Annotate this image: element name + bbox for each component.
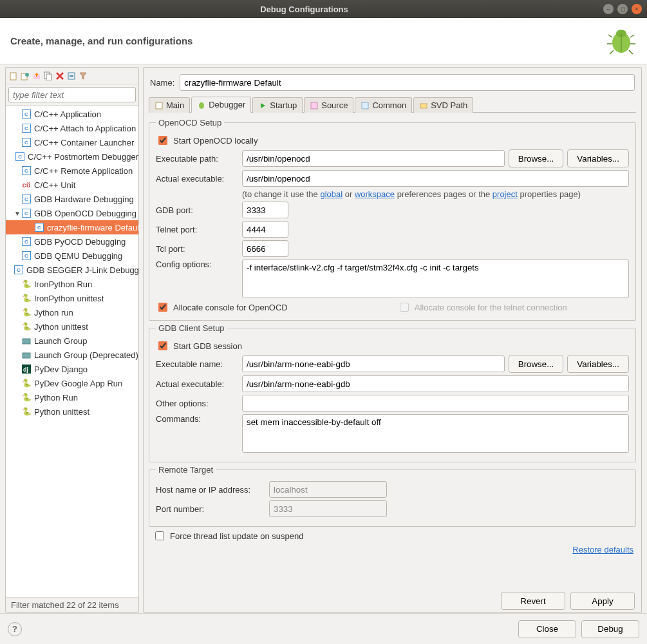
config-options-input[interactable] <box>242 260 629 298</box>
tab-debugger[interactable]: Debugger <box>191 97 251 113</box>
other-options-input[interactable] <box>242 395 629 412</box>
tree-item[interactable]: CC/C++ Application <box>6 107 138 121</box>
tree-item[interactable]: CC/C++ Remote Application <box>6 164 138 178</box>
variables-button[interactable]: Variables... <box>567 149 629 167</box>
workspace-link[interactable]: workspace <box>355 189 395 199</box>
tree-item[interactable]: CGDB PyOCD Debugging <box>6 234 138 249</box>
force-thread-update-checkbox[interactable] <box>155 531 164 540</box>
tree-item[interactable]: djPyDev Django <box>6 362 138 376</box>
filter-icon[interactable] <box>78 71 88 81</box>
tree-arrow-icon[interactable]: ▼ <box>14 210 21 217</box>
allocate-telnet-console-checkbox <box>400 303 409 312</box>
filter-input[interactable] <box>8 87 136 102</box>
dialog-header: Create, manage, and run configurations <box>0 18 647 64</box>
global-link[interactable]: global <box>320 189 342 199</box>
allocate-openocd-console-label: Allocate console for OpenOCD <box>173 303 288 312</box>
tab-common[interactable]: Common <box>355 97 412 113</box>
tree-item[interactable]: 🐍Python Run <box>6 390 138 404</box>
svg-line-7 <box>610 50 614 54</box>
tree-item[interactable]: CC/C++ Postmortem Debugger <box>6 149 138 164</box>
configurations-panel: CC/C++ ApplicationCC/C++ Attach to Appli… <box>5 67 139 613</box>
actual-exec-input[interactable] <box>242 170 629 187</box>
tree-item[interactable]: Launch Group <box>6 334 138 348</box>
browse-button[interactable]: Browse... <box>509 149 564 167</box>
tab-source[interactable]: Source <box>304 97 353 113</box>
configurations-tree[interactable]: CC/C++ ApplicationCC/C++ Attach to Appli… <box>6 105 138 597</box>
tree-item[interactable]: CC/C++ Container Launcher <box>6 135 138 149</box>
gdb-browse-button[interactable]: Browse... <box>509 355 564 373</box>
svg-rect-28 <box>420 104 427 108</box>
tree-item[interactable]: 🐍IronPython Run <box>6 277 138 291</box>
tree-item[interactable]: 🐍Python unittest <box>6 404 138 419</box>
tree-item[interactable]: 🐍IronPython unittest <box>6 291 138 305</box>
apply-button[interactable]: Apply <box>570 592 635 610</box>
tcl-port-input[interactable] <box>242 240 288 257</box>
allocate-openocd-console-checkbox[interactable] <box>158 303 167 312</box>
tree-item[interactable]: 🐍Jython unittest <box>6 319 138 334</box>
export-icon[interactable] <box>32 71 42 81</box>
tree-item[interactable]: CGDB QEMU Debugging <box>6 249 138 263</box>
tree-item[interactable]: ▼CGDB OpenOCD Debugging <box>6 206 138 220</box>
revert-button[interactable]: Revert <box>501 592 565 610</box>
tree-item-label: GDB SEGGER J-Link Debugging <box>26 265 138 275</box>
restore-defaults-link[interactable]: Restore defaults <box>572 545 633 554</box>
tab-label: Source <box>321 100 348 110</box>
other-options-label: Other options: <box>156 399 238 408</box>
port-label: Port number: <box>156 504 265 514</box>
start-gdb-session-checkbox[interactable] <box>158 341 167 350</box>
gdb-port-label: GDB port: <box>156 205 238 215</box>
remote-legend: Remote Target <box>156 465 216 475</box>
close-button[interactable]: Close <box>518 620 576 638</box>
tree-item-label: Launch Group (Deprecated) <box>34 350 138 360</box>
tree-item[interactable]: CGDB Hardware Debugging <box>6 192 138 206</box>
tree-item-label: Python Run <box>34 393 78 402</box>
gdb-variables-button[interactable]: Variables... <box>567 355 629 373</box>
exec-path-input[interactable] <box>242 150 505 167</box>
tree-item[interactable]: CC/C++ Attach to Application <box>6 121 138 135</box>
help-icon[interactable]: ? <box>8 622 22 636</box>
telnet-port-input[interactable] <box>242 221 288 238</box>
tab-main[interactable]: Main <box>149 97 190 113</box>
tab-icon <box>155 101 164 110</box>
tree-item[interactable]: CGDB SEGGER J-Link Debugging <box>6 263 138 277</box>
name-label: Name: <box>150 78 174 88</box>
gdb-actual-exec-input[interactable] <box>242 375 629 392</box>
duplicate-icon[interactable] <box>43 71 53 81</box>
tree-item-label: Python unittest <box>34 407 89 417</box>
tab-icon <box>361 101 370 110</box>
allocate-telnet-console-label: Allocate console for the telnet connecti… <box>415 303 567 312</box>
start-openocd-locally-checkbox[interactable] <box>158 136 167 145</box>
tree-item[interactable]: 🐍Jython run <box>6 305 138 319</box>
tab-startup[interactable]: Startup <box>252 97 303 113</box>
force-thread-update-label: Force thread list update on suspend <box>170 531 303 541</box>
new-prototype-icon[interactable] <box>20 71 30 81</box>
tree-item[interactable]: 🐍PyDev Google App Run <box>6 376 138 390</box>
tree-item[interactable]: Ccrazyflie-firmware Default <box>6 220 138 234</box>
tree-item-label: C/C++ Container Launcher <box>34 138 134 147</box>
telnet-port-label: Telnet port: <box>156 225 238 234</box>
collapse-all-icon[interactable] <box>66 71 77 81</box>
gdb-exec-name-input[interactable] <box>242 355 505 372</box>
tab-svd-path[interactable]: SVD Path <box>413 97 473 113</box>
tree-item-label: C/C++ Attach to Application <box>34 124 136 133</box>
start-openocd-locally-label: Start OpenOCD locally <box>173 136 258 146</box>
host-input <box>269 481 387 498</box>
name-input[interactable] <box>180 74 635 91</box>
tree-item[interactable]: cŭC/C++ Unit <box>6 178 138 192</box>
project-link[interactable]: project <box>492 189 518 199</box>
svg-line-4 <box>630 35 634 37</box>
tree-item-label: Launch Group <box>34 336 87 346</box>
close-icon[interactable]: × <box>632 4 642 14</box>
delete-icon[interactable] <box>55 71 65 81</box>
commands-input[interactable] <box>242 414 629 453</box>
new-config-icon[interactable] <box>8 71 19 81</box>
filter-status: Filter matched 22 of 22 items <box>6 597 138 612</box>
tree-item[interactable]: Launch Group (Deprecated) <box>6 348 138 362</box>
debug-button[interactable]: Debug <box>581 620 639 638</box>
bug-icon <box>606 24 637 57</box>
gdb-port-input[interactable] <box>242 202 288 218</box>
window-title: Debug Configurations <box>5 5 603 14</box>
minimize-icon[interactable]: – <box>603 4 614 14</box>
maximize-icon[interactable]: ◻ <box>617 4 628 14</box>
titlebar: Debug Configurations – ◻ × <box>0 0 647 18</box>
